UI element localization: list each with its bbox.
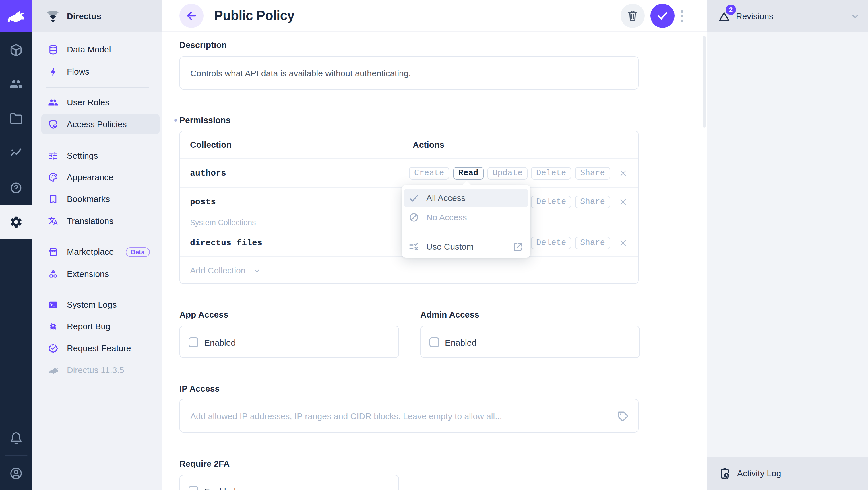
require-2fa-checkbox[interactable] xyxy=(189,486,198,490)
group-icon xyxy=(48,97,58,107)
column-collection: Collection xyxy=(190,131,231,158)
permissions-label: Permissions xyxy=(179,115,230,125)
remove-row-icon[interactable] xyxy=(619,197,628,206)
require-2fa-label: Require 2FA xyxy=(179,459,229,469)
sidebar-item-data-model[interactable]: Data Model xyxy=(32,40,162,60)
sidebar-divider xyxy=(46,289,149,290)
users-module-icon[interactable] xyxy=(9,77,23,91)
back-button[interactable] xyxy=(179,4,204,28)
content-module-icon[interactable] xyxy=(9,43,23,57)
action-chip-share[interactable]: Share xyxy=(575,237,610,249)
nav-sidebar: Directus Data Model Flows User Roles xyxy=(32,0,162,490)
sidebar-item-label: Flows xyxy=(67,62,89,82)
project-signal-icon xyxy=(45,9,61,24)
dropdown-option-use-custom[interactable]: Use Custom xyxy=(404,239,528,255)
account-avatar-icon[interactable] xyxy=(9,467,23,480)
files-module-icon[interactable] xyxy=(9,112,23,125)
sidebar-divider xyxy=(46,236,149,236)
remove-row-icon[interactable] xyxy=(619,169,628,178)
action-chip-share[interactable]: Share xyxy=(575,167,610,179)
sidebar-item-flows[interactable]: Flows xyxy=(32,62,162,82)
sidebar-item-label: User Roles xyxy=(67,92,110,112)
dropdown-option-no-access[interactable]: No Access xyxy=(404,210,528,225)
sidebar-item-label: Translations xyxy=(67,211,113,231)
remove-row-icon[interactable] xyxy=(619,238,628,248)
collection-name: authors xyxy=(190,159,226,188)
ip-access-input[interactable]: Add allowed IP addresses, IP ranges and … xyxy=(179,399,639,433)
sidebar-item-label: Bookmarks xyxy=(67,189,110,209)
app-access-box: Enabled xyxy=(179,326,399,358)
rabbit-logo-icon xyxy=(6,9,26,23)
help-module-icon[interactable] xyxy=(9,181,23,195)
delete-button[interactable] xyxy=(621,4,645,28)
dropdown-option-label: All Access xyxy=(426,189,466,207)
action-chip-delete[interactable]: Delete xyxy=(531,237,571,249)
app-access-label: App Access xyxy=(179,310,228,320)
admin-access-checkbox-label: Enabled xyxy=(445,338,476,348)
directus-logo[interactable] xyxy=(0,0,32,32)
column-actions: Actions xyxy=(413,131,444,158)
action-chip-update[interactable]: Update xyxy=(487,167,528,179)
palette-icon xyxy=(48,172,58,183)
dropdown-option-all-access[interactable]: All Access xyxy=(404,189,528,207)
sidebar-item-appearance[interactable]: Appearance xyxy=(32,167,162,187)
insights-module-icon[interactable] xyxy=(9,146,23,159)
sidebar-item-access-policies[interactable]: Access Policies xyxy=(32,114,162,134)
sidebar-item-bookmarks[interactable]: Bookmarks xyxy=(32,189,162,209)
sidebar-item-settings[interactable]: Settings xyxy=(32,146,162,166)
version-label: Directus 11.3.5 xyxy=(67,360,124,380)
sidebar-item-label: Report Bug xyxy=(67,317,111,336)
bookmark-icon xyxy=(48,194,58,204)
rule-icon xyxy=(409,241,419,252)
check-icon xyxy=(656,9,669,22)
sidebar-item-translations[interactable]: Translations xyxy=(32,211,162,231)
add-collection-row[interactable]: Add Collection xyxy=(180,257,638,284)
terminal-icon xyxy=(48,299,58,310)
chevron-down-icon xyxy=(253,266,261,275)
admin-access-label: Admin Access xyxy=(420,310,479,320)
sidebar-divider xyxy=(46,87,149,88)
action-chip-delete[interactable]: Delete xyxy=(531,196,571,208)
scrollbar-thumb[interactable] xyxy=(703,36,706,128)
sidebar-item-label: Extensions xyxy=(67,264,109,284)
notifications-bell-icon[interactable] xyxy=(9,432,23,445)
settings-module-active[interactable] xyxy=(0,205,32,239)
app-access-checkbox[interactable] xyxy=(189,337,198,347)
translate-icon xyxy=(48,216,58,226)
ip-access-placeholder: Add allowed IP addresses, IP ranges and … xyxy=(190,412,502,421)
save-button[interactable] xyxy=(650,4,675,28)
action-chip-delete[interactable]: Delete xyxy=(531,167,571,179)
sidebar-item-label: Settings xyxy=(67,146,98,166)
action-chip-share[interactable]: Share xyxy=(575,196,610,208)
tag-icon[interactable] xyxy=(617,410,629,422)
sidebar-item-report-bug[interactable]: Report Bug xyxy=(32,317,162,336)
revisions-section-header[interactable]: 2 Revisions xyxy=(707,0,868,32)
sidebar-item-request-feature[interactable]: Request Feature xyxy=(32,338,162,358)
activity-log-bar[interactable]: Activity Log xyxy=(707,457,868,490)
sidebar-item-user-roles[interactable]: User Roles xyxy=(32,92,162,112)
sidebar-item-label: Appearance xyxy=(67,167,113,187)
permissions-table-header: Collection Actions xyxy=(180,131,638,158)
revisions-count-badge: 2 xyxy=(725,5,736,15)
sidebar-item-marketplace[interactable]: Marketplace Beta xyxy=(32,242,162,262)
add-collection-label: Add Collection xyxy=(190,257,245,284)
collection-name: directus_files xyxy=(190,229,262,257)
access-level-dropdown: All Access No Access Use Custom xyxy=(402,185,530,258)
project-header[interactable]: Directus xyxy=(32,0,162,32)
extensions-shapes-icon xyxy=(48,269,58,279)
description-input[interactable]: Controls what API data is available with… xyxy=(179,56,639,90)
chevron-down-icon[interactable] xyxy=(849,11,861,22)
rail-divider xyxy=(5,455,28,456)
action-chip-create[interactable]: Create xyxy=(409,167,449,179)
description-label: Description xyxy=(179,40,227,50)
admin-access-checkbox[interactable] xyxy=(429,337,439,347)
admin-access-box: Enabled xyxy=(420,326,640,358)
sidebar-item-system-logs[interactable]: System Logs xyxy=(32,295,162,315)
system-collections-label: System Collections xyxy=(190,216,256,229)
more-options-button[interactable] xyxy=(679,9,685,23)
action-chip-read-active[interactable]: Read xyxy=(453,167,484,179)
bug-icon xyxy=(48,321,58,332)
open-in-new-icon[interactable] xyxy=(512,241,524,253)
beta-badge: Beta xyxy=(126,247,150,257)
sidebar-item-extensions[interactable]: Extensions xyxy=(32,264,162,284)
